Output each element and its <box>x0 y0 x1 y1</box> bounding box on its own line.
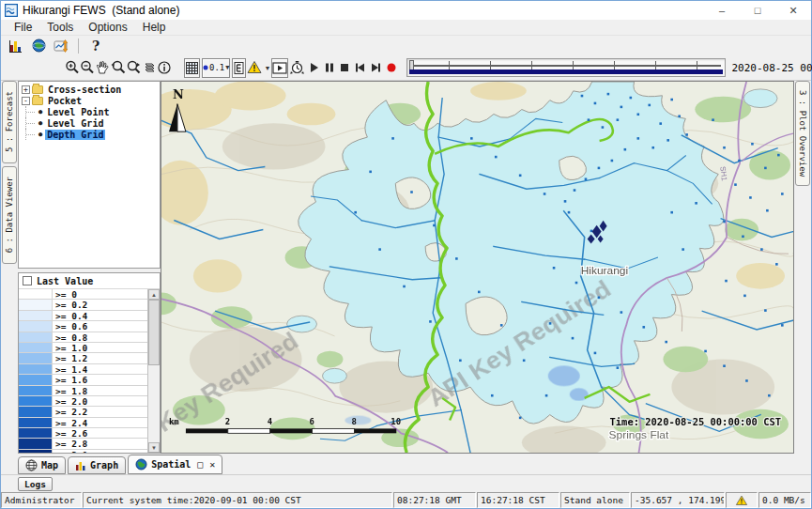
tree-item-level-grid[interactable]: ●Level Grid <box>21 117 160 129</box>
zoom-out-icon[interactable] <box>80 58 95 78</box>
map-time-overlay: Time: 2020-08-25 00:00:00 CST <box>610 416 782 427</box>
map-toolbar: 0.1 ▼ ▼ <box>1 55 811 81</box>
scrollbar-thumb[interactable] <box>148 300 160 365</box>
tab-forecast[interactable]: 5 : Forecast <box>2 81 17 163</box>
status-bandwidth: 0.0 MB/s <box>758 492 811 508</box>
tree-item-level-point[interactable]: ●Level Point <box>21 106 160 117</box>
minimize-button[interactable]: – <box>704 1 740 20</box>
legend-swatch <box>19 332 53 342</box>
bottom-tab-bar: Map Graph Spatial □ ✕ <box>1 454 811 474</box>
warning-dropdown[interactable]: ▼ <box>247 58 270 78</box>
globe-icon[interactable] <box>27 37 50 54</box>
legend-label: >= 0.4 <box>53 311 147 320</box>
stop-button[interactable] <box>339 58 350 78</box>
skip-to-end-button[interactable] <box>370 58 382 78</box>
grid-display-button[interactable] <box>184 58 200 78</box>
right-tab-strip: 3 : Plot Overview <box>794 81 811 454</box>
menu-tools[interactable]: Tools <box>39 20 81 36</box>
status-system-time: Current system time:2020-09-01 00:00 CST <box>83 492 392 508</box>
folder-icon <box>32 97 43 105</box>
tree-item-cross-section[interactable]: +Cross-section <box>21 84 160 95</box>
legend-label: >= 2.4 <box>53 418 147 427</box>
current-time-label: 2020-08-25 00:00:00 CST <box>731 62 812 74</box>
info-icon[interactable] <box>157 58 172 78</box>
legend-row: >= 2.2 <box>19 407 147 417</box>
menu-bar: File Tools Options Help <box>1 20 811 36</box>
status-warning[interactable] <box>726 492 758 508</box>
menu-options[interactable]: Options <box>81 20 134 36</box>
map-label-springs-flat: Springs Flat <box>609 428 669 441</box>
animation-dialog-button[interactable] <box>271 58 288 78</box>
tree-item-label: Level Point <box>45 107 111 117</box>
svg-text:N: N <box>173 87 184 101</box>
tab-data-viewer[interactable]: 6 : Data Viewer <box>2 166 17 264</box>
legend-swatch <box>19 386 53 395</box>
globe-icon <box>135 458 147 470</box>
tree-connector <box>25 129 38 140</box>
status-gmt-time: 08:27:18 GMT <box>393 492 476 508</box>
legend-label: >= 2.2 <box>53 407 147 416</box>
legend-button[interactable] <box>232 58 246 78</box>
legend-row: >= 1.6 <box>19 375 147 385</box>
tab-map[interactable]: Map <box>18 456 66 474</box>
tree-item-label: Pocket <box>46 96 84 106</box>
filter-tree[interactable]: +Cross-section-Pocket●Level Point●Level … <box>18 81 161 269</box>
help-button[interactable]: ? <box>84 37 107 54</box>
legend-row: >= 2.6 <box>19 428 147 439</box>
map-panel: API Key Required API Key Required <box>161 81 794 454</box>
tab-spatial[interactable]: Spatial □ ✕ <box>128 455 222 474</box>
legend-swatch <box>19 450 53 453</box>
last-value-checkbox[interactable] <box>23 276 32 285</box>
interval-dropdown[interactable]: 0.1 ▼ <box>202 58 230 78</box>
tab-plot-overview[interactable]: 3 : Plot Overview <box>795 81 810 186</box>
legend-swatch <box>19 289 53 299</box>
logs-button[interactable]: Logs <box>18 477 53 491</box>
layers-icon[interactable] <box>142 58 157 78</box>
main-area: 5 : Forecast 6 : Data Viewer +Cross-sect… <box>1 81 811 454</box>
maximize-button[interactable]: □ <box>740 1 775 20</box>
tree-expander-icon[interactable]: - <box>22 97 30 105</box>
legend-scrollbar[interactable]: ▲ ▼ <box>148 289 160 453</box>
record-button[interactable] <box>386 58 397 78</box>
tab-graph[interactable]: Graph <box>68 456 126 474</box>
skip-to-start-button[interactable] <box>354 58 366 78</box>
zoom-next-icon[interactable] <box>126 58 142 78</box>
tree-expander-icon[interactable]: + <box>22 85 30 94</box>
menu-help[interactable]: Help <box>135 20 174 36</box>
toolbar-separator <box>78 39 79 54</box>
legend-swatch <box>19 311 53 320</box>
title-bar: Hikurangi FEWS (Stand alone) – □ ✕ <box>1 1 811 20</box>
time-slider[interactable] <box>406 58 726 77</box>
legend-label: >= 1.4 <box>53 364 147 374</box>
tree-connector <box>25 117 38 129</box>
map-canvas[interactable]: API Key Required API Key Required <box>161 82 793 453</box>
tree-item-depth-grid[interactable]: ●Depth Grid <box>21 129 160 140</box>
legend-label: >= 0.6 <box>53 321 147 331</box>
timer-icon[interactable] <box>289 58 305 78</box>
zoom-in-icon[interactable] <box>65 58 80 78</box>
node-bullet-icon: ● <box>38 119 42 127</box>
bar-chart-icon[interactable] <box>5 37 27 54</box>
legend-label: >= 0.8 <box>53 332 147 342</box>
status-local-time: 16:27:18 CST <box>477 492 559 508</box>
pause-button[interactable] <box>324 58 335 78</box>
zoom-previous-icon[interactable] <box>110 58 126 78</box>
tab-close-icon[interactable]: ✕ <box>209 459 215 470</box>
svg-text:2: 2 <box>225 417 230 426</box>
node-bullet-icon: ● <box>38 131 42 138</box>
scroll-up-icon[interactable]: ▲ <box>148 289 160 300</box>
legend-row: >= 0.2 <box>19 300 147 310</box>
tree-item-pocket[interactable]: -Pocket <box>21 95 160 106</box>
play-button[interactable] <box>309 58 320 78</box>
time-series-dialog-icon[interactable] <box>50 37 72 54</box>
legend-label: >= 1.8 <box>53 386 147 395</box>
pan-hand-icon[interactable] <box>95 58 110 78</box>
dot-icon <box>203 65 208 70</box>
scroll-down-icon[interactable]: ▼ <box>148 442 160 453</box>
legend-label: >= 1.0 <box>53 343 147 352</box>
tab-restore-icon[interactable]: □ <box>197 459 203 470</box>
menu-file[interactable]: File <box>7 20 39 36</box>
legend-table: >= 0>= 0.2>= 0.4>= 0.6>= 0.8>= 1.0>= 1.2… <box>19 289 148 453</box>
close-button[interactable]: ✕ <box>775 1 811 20</box>
tree-list: +Cross-section-Pocket●Level Point●Level … <box>21 84 160 140</box>
